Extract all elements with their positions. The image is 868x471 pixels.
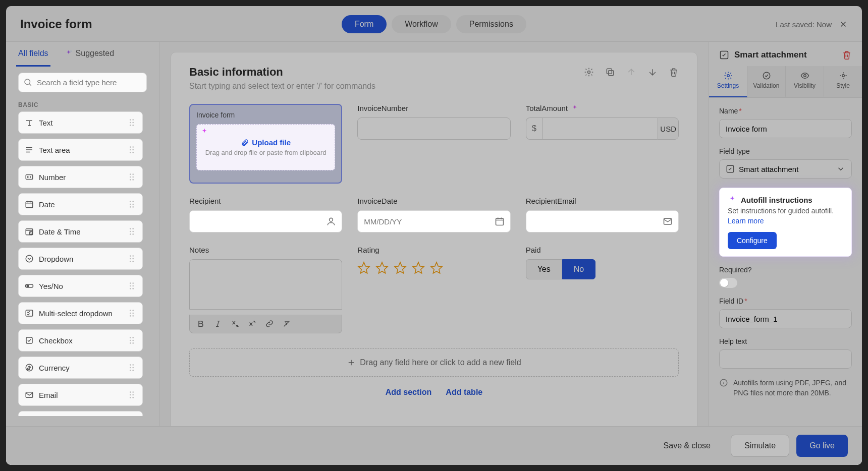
invoice-date-label: InvoiceDate [357,197,510,205]
autofill-instructions-card: Autofill instructions Set instructions f… [719,188,852,257]
notes-textarea[interactable] [189,259,342,310]
tab-visibility[interactable]: Visibility [786,66,824,97]
name-input[interactable] [719,119,852,138]
subscript-icon[interactable] [231,320,239,328]
bold-icon[interactable] [197,320,205,328]
simulate-button[interactable]: Simulate [731,435,789,457]
currency-code[interactable]: USD [658,117,679,140]
tab-suggested[interactable]: Suggested [63,42,117,67]
rating-stars[interactable] [357,259,510,274]
field-currency[interactable]: Currency [18,357,143,379]
save-close-button[interactable]: Save & close [650,435,724,457]
tab-settings[interactable]: Settings [709,66,747,97]
rating-label: Rating [357,246,510,254]
svg-point-68 [130,367,131,369]
svg-point-47 [130,285,131,287]
field-email[interactable]: Email [18,384,143,406]
svg-point-53 [132,310,134,311]
field-number[interactable]: Number [18,166,143,188]
checkbox-icon [25,336,34,345]
italic-icon[interactable] [214,320,222,328]
tab-style[interactable]: Style [824,66,862,97]
invoice-date-input[interactable] [357,210,510,232]
info-icon [719,378,728,387]
svg-point-50 [132,288,134,289]
recipient-email-input[interactable] [526,210,679,232]
go-live-button[interactable]: Go live [796,435,848,457]
add-section-link[interactable]: Add section [386,388,432,397]
configure-button[interactable]: Configure [728,232,777,249]
last-saved-text: Last saved: Now [776,20,832,29]
required-toggle[interactable] [719,278,737,288]
copy-icon[interactable] [605,67,615,77]
link-icon[interactable] [265,320,274,328]
upload-zone[interactable]: Upload file Drag and drop file or paste … [196,124,335,170]
trash-icon[interactable] [669,67,679,77]
field-dropdown[interactable]: Dropdown [18,248,143,270]
svg-rect-88 [607,69,612,74]
superscript-icon[interactable] [248,320,256,328]
add-table-link[interactable]: Add table [446,388,482,397]
field-type-select[interactable]: Smart attachment [719,159,852,179]
tab-all-fields[interactable]: All fields [16,42,50,67]
gear-icon[interactable] [584,67,594,77]
field-yesno[interactable]: Yes/No [18,275,143,297]
page-title: Invoice form [20,17,92,31]
svg-rect-21 [26,202,33,208]
field-id-input[interactable] [719,309,852,328]
svg-point-26 [130,206,131,208]
svg-point-54 [130,313,131,314]
field-datetime[interactable]: Date & Time [18,220,143,243]
svg-point-30 [130,228,131,229]
tab-permissions[interactable]: Permissions [456,15,526,33]
total-amount-input[interactable] [542,117,658,140]
search-input[interactable] [18,73,147,92]
svg-point-61 [130,340,131,341]
paid-no-button[interactable]: No [562,259,595,279]
move-up-icon[interactable] [626,67,636,77]
field-search[interactable] [18,73,147,92]
sparkle-icon [200,128,209,137]
close-icon[interactable] [839,20,848,29]
tab-form[interactable]: Form [342,15,387,33]
invoice-number-input[interactable] [357,117,510,140]
field-multiselect[interactable]: Multi-select dropdown [18,302,143,324]
field-user[interactable]: User [18,411,143,416]
field-date[interactable]: Date [18,193,143,215]
star-icon[interactable] [357,261,370,274]
help-text-input[interactable] [719,349,852,369]
svg-point-57 [132,315,134,317]
svg-point-67 [132,364,134,366]
field-textarea[interactable]: Text area [18,139,143,161]
section-subtitle[interactable]: Start typing and select text or enter '/… [189,82,679,91]
svg-point-49 [130,288,131,289]
star-icon[interactable] [375,261,389,274]
field-text[interactable]: Text [18,111,143,134]
delete-icon[interactable] [842,50,852,60]
calendar-icon[interactable] [495,216,505,226]
clear-format-icon[interactable] [283,320,291,328]
svg-point-4 [130,122,131,124]
notes-label: Notes [189,246,342,254]
field-type-label: Field type [719,147,852,155]
svg-point-0 [70,51,71,52]
plus-icon [347,358,356,367]
add-field-dropzone[interactable]: Drag any field here or click to add a ne… [189,348,679,377]
move-down-icon[interactable] [647,67,658,77]
field-checkbox[interactable]: Checkbox [18,329,143,351]
svg-point-39 [130,258,131,260]
gear-icon [724,71,733,80]
learn-more-link[interactable]: Learn more [728,217,764,225]
user-icon [326,216,336,226]
tab-validation[interactable]: Validation [747,66,786,97]
paid-yes-button[interactable]: Yes [526,259,562,279]
recipient-input[interactable] [189,210,342,232]
star-icon[interactable] [394,261,407,274]
svg-point-31 [132,228,134,229]
svg-point-48 [132,285,134,287]
star-icon[interactable] [430,261,443,274]
smart-attachment-field[interactable]: Invoice form Upload file Drag and drop f… [189,104,342,184]
tab-workflow[interactable]: Workflow [392,15,451,33]
svg-point-56 [130,315,131,317]
star-icon[interactable] [412,261,425,274]
